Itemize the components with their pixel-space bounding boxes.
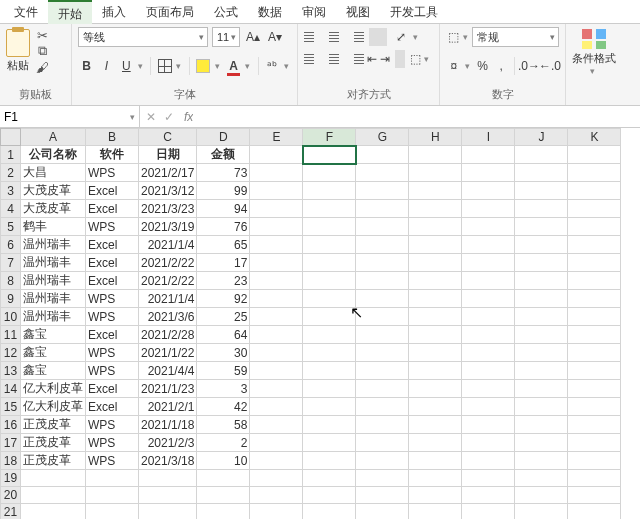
cell-E18[interactable]: [250, 452, 303, 470]
border-dd[interactable]: ▾: [176, 61, 184, 71]
cell-B19[interactable]: [86, 470, 139, 487]
cell-I11[interactable]: [462, 326, 515, 344]
cell-F19[interactable]: [303, 470, 356, 487]
cell-A8[interactable]: 温州瑞丰: [21, 272, 86, 290]
cell-H2[interactable]: [409, 164, 462, 182]
cell-C5[interactable]: 2021/3/19: [139, 218, 197, 236]
cell-I6[interactable]: [462, 236, 515, 254]
cell-G8[interactable]: [356, 272, 409, 290]
cell-D1[interactable]: 金额: [197, 146, 250, 164]
comma-icon[interactable]: ,: [493, 56, 509, 76]
cell-H3[interactable]: [409, 182, 462, 200]
cell-B18[interactable]: WPS: [86, 452, 139, 470]
cell-K11[interactable]: [568, 326, 621, 344]
cell-H16[interactable]: [409, 416, 462, 434]
col-header-K[interactable]: K: [568, 129, 621, 146]
row-header-2[interactable]: 2: [1, 164, 21, 182]
cell-J1[interactable]: [515, 146, 568, 164]
cell-E4[interactable]: [250, 200, 303, 218]
cell-J11[interactable]: [515, 326, 568, 344]
cell-B14[interactable]: Excel: [86, 380, 139, 398]
number-format-combo[interactable]: 常规: [472, 27, 559, 47]
cell-E12[interactable]: [250, 344, 303, 362]
cell-C14[interactable]: 2021/1/23: [139, 380, 197, 398]
underline-dd[interactable]: ▾: [138, 61, 146, 71]
row-header-15[interactable]: 15: [1, 398, 21, 416]
cell-H14[interactable]: [409, 380, 462, 398]
cell-F1[interactable]: [303, 146, 356, 164]
cell-D7[interactable]: 17: [197, 254, 250, 272]
cell-C6[interactable]: 2021/1/4: [139, 236, 197, 254]
row-header-19[interactable]: 19: [1, 470, 21, 487]
font-name-combo[interactable]: 等线: [78, 27, 208, 47]
fx-icon[interactable]: fx: [180, 110, 193, 124]
menu-公式[interactable]: 公式: [204, 0, 248, 24]
row-header-6[interactable]: 6: [1, 236, 21, 254]
cell-J18[interactable]: [515, 452, 568, 470]
underline-button[interactable]: U: [118, 56, 135, 76]
cell-C20[interactable]: [139, 487, 197, 504]
cell-F11[interactable]: [303, 326, 356, 344]
cell-G18[interactable]: [356, 452, 409, 470]
cell-D6[interactable]: 65: [197, 236, 250, 254]
col-header-G[interactable]: G: [356, 129, 409, 146]
cell-E17[interactable]: [250, 434, 303, 452]
cell-D12[interactable]: 30: [197, 344, 250, 362]
cell-K8[interactable]: [568, 272, 621, 290]
cell-K10[interactable]: [568, 308, 621, 326]
cell-D19[interactable]: [197, 470, 250, 487]
cell-E7[interactable]: [250, 254, 303, 272]
cell-F9[interactable]: [303, 290, 356, 308]
cell-J8[interactable]: [515, 272, 568, 290]
cell-B20[interactable]: [86, 487, 139, 504]
row-header-1[interactable]: 1: [1, 146, 21, 164]
cell-G21[interactable]: [356, 504, 409, 520]
cell-K12[interactable]: [568, 344, 621, 362]
cell-A2[interactable]: 大昌: [21, 164, 86, 182]
col-header-H[interactable]: H: [409, 129, 462, 146]
row-header-8[interactable]: 8: [1, 272, 21, 290]
col-header-E[interactable]: E: [250, 129, 303, 146]
menu-页面布局[interactable]: 页面布局: [136, 0, 204, 24]
cell-I3[interactable]: [462, 182, 515, 200]
cancel-formula-icon[interactable]: ✕: [146, 110, 156, 124]
cell-E21[interactable]: [250, 504, 303, 520]
cell-H11[interactable]: [409, 326, 462, 344]
cell-A15[interactable]: 亿大利皮革: [21, 398, 86, 416]
cell-I1[interactable]: [462, 146, 515, 164]
cell-J21[interactable]: [515, 504, 568, 520]
cell-G13[interactable]: [356, 362, 409, 380]
cell-K9[interactable]: [568, 290, 621, 308]
decrease-font-icon[interactable]: A▾: [266, 27, 284, 47]
cut-icon[interactable]: ✂: [34, 27, 50, 43]
cell-I13[interactable]: [462, 362, 515, 380]
cell-K17[interactable]: [568, 434, 621, 452]
row-header-16[interactable]: 16: [1, 416, 21, 434]
cell-B10[interactable]: WPS: [86, 308, 139, 326]
cell-A6[interactable]: 温州瑞丰: [21, 236, 86, 254]
cell-H18[interactable]: [409, 452, 462, 470]
cell-F7[interactable]: [303, 254, 356, 272]
cell-E10[interactable]: [250, 308, 303, 326]
cell-E9[interactable]: [250, 290, 303, 308]
cell-E16[interactable]: [250, 416, 303, 434]
cell-G19[interactable]: [356, 470, 409, 487]
cell-A1[interactable]: 公司名称: [21, 146, 86, 164]
cell-B17[interactable]: WPS: [86, 434, 139, 452]
align-left-icon[interactable]: [304, 49, 322, 69]
cell-K5[interactable]: [568, 218, 621, 236]
col-header-D[interactable]: D: [197, 129, 250, 146]
menu-开始[interactable]: 开始: [48, 0, 92, 24]
cell-E13[interactable]: [250, 362, 303, 380]
formula-input[interactable]: [193, 106, 640, 127]
cell-G10[interactable]: [356, 308, 409, 326]
cell-D3[interactable]: 99: [197, 182, 250, 200]
cell-F12[interactable]: [303, 344, 356, 362]
row-header-21[interactable]: 21: [1, 504, 21, 520]
cell-A17[interactable]: 正茂皮革: [21, 434, 86, 452]
cell-I10[interactable]: [462, 308, 515, 326]
cell-C7[interactable]: 2021/2/22: [139, 254, 197, 272]
cell-K21[interactable]: [568, 504, 621, 520]
name-box-input[interactable]: [4, 110, 135, 124]
align-middle-icon[interactable]: [325, 27, 343, 47]
